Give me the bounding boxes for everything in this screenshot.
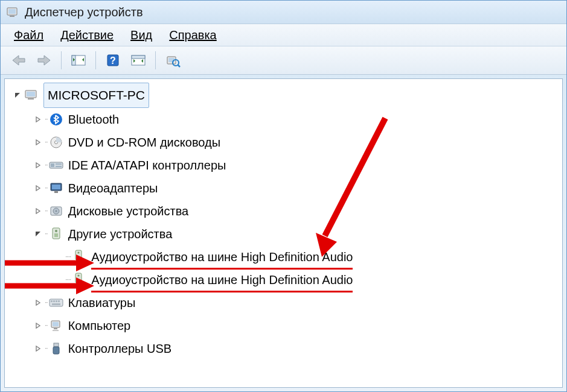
svg-rect-52	[50, 299, 63, 306]
category-label: Компьютер	[68, 314, 131, 337]
separator	[95, 51, 96, 69]
expand-icon[interactable]	[34, 321, 42, 330]
menu-view[interactable]: Вид	[130, 28, 152, 42]
svg-rect-2	[10, 16, 14, 17]
svg-point-41	[55, 230, 57, 232]
other-icon	[49, 227, 63, 241]
tree-connector: ····	[65, 273, 71, 286]
expand-icon[interactable]	[34, 207, 42, 215]
device-tree[interactable]: MICROSOFT-PC··Bluetooth··DVD и CD-ROM ди…	[5, 79, 562, 360]
menubar: Файл Действие Вид Справка	[1, 24, 566, 46]
svg-rect-65	[53, 347, 59, 354]
computer-icon	[49, 318, 63, 333]
help-button[interactable]: ?	[103, 51, 123, 70]
category-label: Другие устройства	[68, 223, 173, 245]
tree-connector: ··	[45, 204, 48, 218]
scan-hardware-button[interactable]	[163, 51, 182, 70]
tree-category[interactable]: ··Другие устройства	[5, 223, 562, 245]
tree-category[interactable]: ··Дисковые устройства	[5, 200, 562, 223]
usb-icon	[49, 341, 63, 356]
tree-category[interactable]: ··Клавиатуры	[5, 291, 562, 314]
svg-rect-29	[56, 163, 62, 165]
svg-rect-33	[52, 185, 60, 189]
svg-rect-53	[51, 300, 53, 302]
device-label: Аудиоустройство на шине High Definition …	[91, 245, 353, 268]
tree-device[interactable]: ····!Аудиоустройство на шине High Defini…	[5, 268, 562, 291]
tree-pane: MICROSOFT-PC··Bluetooth··DVD и CD-ROM ди…	[4, 78, 563, 388]
separator	[155, 51, 156, 69]
svg-rect-56	[58, 300, 60, 302]
category-label: Дисковые устройства	[68, 200, 189, 223]
device-manager-window: Диспетчер устройств Файл Действие Вид Сп…	[0, 0, 567, 392]
keyboard-icon	[49, 296, 63, 310]
computer-icon	[24, 88, 39, 103]
svg-rect-19	[27, 92, 35, 96]
tree-device[interactable]: ····!Аудиоустройство на шине High Defini…	[5, 245, 562, 268]
tree-connector: ··	[45, 158, 48, 172]
svg-point-44	[78, 251, 80, 253]
svg-rect-10	[132, 55, 145, 58]
toolbar: ?	[1, 46, 566, 75]
show-hide-console-button[interactable]	[69, 51, 88, 70]
app-icon	[5, 5, 19, 19]
collapse-icon[interactable]	[13, 91, 22, 100]
svg-rect-34	[54, 191, 58, 193]
tree-connector: ··	[45, 181, 48, 195]
svg-marker-39	[36, 232, 40, 236]
svg-marker-63	[36, 346, 40, 351]
tree-category[interactable]: ··IDE ATA/ATAPI контроллеры	[5, 154, 562, 177]
svg-marker-21	[36, 117, 40, 122]
svg-text:!: !	[80, 258, 82, 264]
category-label: IDE ATA/ATAPI контроллеры	[68, 154, 226, 177]
svg-rect-61	[54, 328, 57, 329]
expand-icon[interactable]	[34, 161, 42, 169]
tree-connector: ··	[45, 341, 48, 355]
disc-icon	[49, 135, 63, 150]
warning-device-icon: !	[72, 250, 86, 264]
expand-icon[interactable]	[34, 184, 42, 192]
tree-connector: ··	[45, 135, 48, 149]
properties-button[interactable]	[129, 51, 148, 70]
menu-action[interactable]: Действие	[60, 28, 114, 42]
category-label: Контроллеры USB	[68, 337, 171, 360]
svg-rect-1	[8, 9, 16, 14]
tree-category[interactable]: ··Видеоадаптеры	[5, 177, 562, 200]
category-label: DVD и CD-ROM дисководы	[68, 131, 220, 154]
titlebar[interactable]: Диспетчер устройств	[1, 1, 566, 24]
ide-icon	[49, 158, 63, 172]
back-button[interactable]	[9, 51, 28, 70]
expand-icon[interactable]	[34, 115, 42, 124]
svg-marker-51	[36, 300, 40, 305]
warning-device-icon: !	[72, 273, 86, 287]
expand-icon[interactable]	[34, 344, 42, 353]
svg-rect-60	[53, 322, 59, 326]
svg-text:!: !	[80, 281, 82, 287]
svg-rect-30	[56, 166, 62, 167]
collapse-icon[interactable]	[34, 230, 42, 238]
tree-category[interactable]: ··Bluetooth	[5, 108, 562, 131]
svg-rect-55	[56, 300, 57, 302]
separator	[61, 51, 62, 69]
menu-file[interactable]: Файл	[14, 28, 43, 42]
tree-category[interactable]: ··DVD и CD-ROM дисководы	[5, 131, 562, 154]
svg-line-16	[178, 65, 180, 67]
svg-marker-23	[36, 140, 40, 145]
menu-help[interactable]: Справка	[169, 28, 216, 42]
tree-root[interactable]: MICROSOFT-PC	[5, 83, 562, 108]
svg-point-48	[78, 274, 80, 276]
category-label: Клавиатуры	[68, 291, 136, 314]
tree-connector: ··	[45, 296, 48, 309]
svg-text:?: ?	[110, 55, 116, 66]
device-label: Аудиоустройство на шине High Definition …	[91, 268, 353, 291]
svg-rect-42	[54, 233, 58, 237]
svg-rect-54	[53, 300, 55, 302]
svg-rect-64	[54, 343, 59, 347]
forward-button[interactable]	[34, 51, 54, 70]
expand-icon[interactable]	[34, 138, 42, 147]
svg-point-38	[55, 210, 57, 212]
svg-marker-26	[36, 163, 40, 168]
tree-connector: ··	[45, 112, 48, 126]
tree-category[interactable]: ··Контроллеры USB	[5, 337, 562, 360]
tree-category[interactable]: ··Компьютер	[5, 314, 562, 337]
expand-icon[interactable]	[34, 299, 42, 307]
